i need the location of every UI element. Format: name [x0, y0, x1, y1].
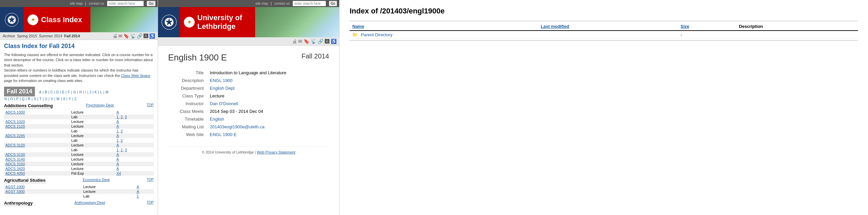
panel-directory-index: Index of /201403/engl1900e Name Last mod… [340, 0, 868, 215]
alpha-E[interactable]: E [62, 91, 65, 94]
adcs1020-link[interactable]: ADCS 1020 [5, 119, 25, 123]
field-label-classtype: Class Type [169, 94, 209, 101]
p1-contactus-link[interactable]: contact us [89, 2, 104, 5]
economics-dept-link[interactable]: Economics Dept [83, 178, 110, 184]
engl1900-desc-link[interactable]: ENGL 1900 [210, 78, 232, 83]
alpha-Z[interactable]: Z [74, 97, 76, 101]
p1-summer2014-link[interactable]: Summer 2014 [39, 34, 62, 38]
p2-text-icon[interactable]: 🅰 [325, 39, 330, 44]
adcs3120-link[interactable]: ADCS 3120 [5, 143, 25, 147]
agst1000-link[interactable]: AGST 1000 [5, 185, 25, 189]
alpha-D[interactable]: D [56, 91, 59, 94]
p1-go-button[interactable]: Go [147, 1, 156, 6]
p2-accessibility-icon[interactable]: ♿ [331, 39, 337, 44]
p2-share-icon[interactable]: 🔗 [318, 39, 323, 44]
sort-modified-link[interactable]: Last modified [541, 24, 569, 29]
anthropology-dept-link[interactable]: Anthropology Dept [74, 201, 105, 207]
top-link-addictions[interactable]: TOP [147, 103, 154, 109]
p2-search-input[interactable] [292, 1, 326, 6]
field-value-instructor: Dan O'Donnell [210, 101, 329, 108]
p1-sitemap-link[interactable]: site map [70, 2, 83, 5]
alpha-U[interactable]: U [45, 97, 48, 101]
bookmark-icon[interactable]: 🔖 [123, 33, 129, 39]
course-term: Fall 2014 [302, 52, 329, 60]
alpha-T[interactable]: T [39, 97, 41, 101]
alpha-H[interactable]: H [79, 91, 82, 94]
alpha-X[interactable]: X [63, 97, 65, 101]
english-dept-link[interactable]: English Dept [210, 86, 235, 91]
mailinglist-link[interactable]: 201403engl1900e@uleth.ca [210, 124, 265, 129]
alpha-Y[interactable]: Y [69, 97, 71, 101]
table-row: Department English Dept [169, 86, 329, 93]
text-icon[interactable]: 🅰 [144, 33, 148, 39]
top-link-anthropology[interactable]: TOP [147, 201, 154, 207]
alpha-L[interactable]: L [100, 91, 102, 94]
alpha-N[interactable]: N [4, 97, 7, 101]
alpha-F[interactable]: F [68, 91, 70, 94]
accessibility-icon[interactable]: ♿ [149, 33, 155, 39]
p1-archive-link[interactable]: Archive [3, 34, 15, 38]
alpha-I[interactable]: I [85, 91, 86, 94]
p2-bookmark-icon[interactable]: 🔖 [304, 39, 309, 44]
p2-contactus-link[interactable]: contact us [274, 2, 290, 5]
alpha-P[interactable]: P [16, 97, 19, 101]
adcs3420-link[interactable]: ADCS 3420 [5, 167, 25, 171]
share-icon[interactable]: 🔗 [137, 33, 143, 39]
adcs2245-link[interactable]: ADCS 2245 [5, 134, 25, 138]
timetable-link[interactable]: English [210, 116, 224, 121]
adcs4050-link[interactable]: ADCS 4050 [5, 171, 25, 175]
agricultural-table: AGST 1000LectureA AGST 3300LectureA Lab1 [4, 184, 154, 199]
p2-sitemap-link[interactable]: site map [255, 2, 268, 5]
p2-print-icon[interactable]: 🖨 [292, 39, 297, 44]
parent-directory-link[interactable]: Parent Directory [361, 32, 393, 37]
print-icon[interactable]: 🖨 [113, 33, 117, 39]
alpha-J[interactable]: J [89, 91, 91, 94]
adcs1000-link[interactable]: ADCS 1000 [5, 110, 25, 114]
alpha-V[interactable]: V [51, 97, 53, 101]
top-link-agricultural[interactable]: TOP [147, 178, 154, 184]
alpha-C[interactable]: C [51, 91, 53, 94]
alpha-O[interactable]: O [10, 97, 13, 101]
panel-english1900e: site map | contact us Go ✦ University of… [158, 0, 340, 215]
alpha-B[interactable]: B [45, 91, 47, 94]
alpha-Q[interactable]: Q [22, 97, 25, 101]
email-icon[interactable]: ✉ [118, 33, 122, 39]
adcs2120-link[interactable]: ADCS 2120 [5, 124, 25, 128]
p1-logo-area [0, 7, 24, 32]
psychology-dept-link[interactable]: Psychology Dept [86, 103, 114, 109]
field-label-website: Web Site [169, 132, 209, 139]
instructor-link[interactable]: Dan O'Donnell [210, 101, 238, 106]
course-name: English 1900 E [168, 52, 227, 63]
section-title-addictions: Addictions Counselling [4, 103, 53, 108]
alpha-W[interactable]: W [57, 97, 60, 101]
agst3300-link[interactable]: AGST 3300 [5, 189, 25, 193]
p2-email-icon[interactable]: ✉ [298, 39, 302, 44]
p2-go-button[interactable]: Go [329, 1, 337, 6]
adcs3140-link[interactable]: ADCS 3140 [5, 157, 25, 161]
p1-spring2015-link[interactable]: Spring 2015 [17, 34, 37, 38]
p2-topbar: site map | contact us Go [158, 0, 339, 7]
rss-icon[interactable]: 📡 [130, 33, 136, 39]
alpha-G[interactable]: G [73, 91, 76, 94]
alpha-A[interactable]: A [39, 91, 41, 94]
adcs3130-link[interactable]: ADCS 3130 [5, 152, 25, 156]
sort-size-link[interactable]: Size [680, 24, 689, 29]
table-row: ADCS 3140LectureA [4, 157, 154, 162]
p2-rss-icon[interactable]: 📡 [311, 39, 316, 44]
website-link[interactable]: ENGL 1900 E [210, 132, 237, 137]
alpha-K[interactable]: K [94, 91, 97, 94]
sort-name-link[interactable]: Name [352, 24, 364, 29]
sun-icon-p2: ✦ [184, 17, 195, 28]
field-value-title: Introduction to Language and Literature [210, 70, 329, 77]
alpha-S[interactable]: S [34, 97, 36, 101]
alpha-M[interactable]: M [105, 91, 108, 94]
course-title-row: English 1900 E Fall 2014 [168, 52, 329, 63]
adcs3150-link[interactable]: ADCS 3150 [5, 162, 25, 166]
field-value-department: English Dept [210, 86, 329, 93]
p1-search-input[interactable] [107, 1, 144, 6]
field-value-website: ENGL 1900 E [210, 132, 329, 139]
class-web-space-link[interactable]: Class Web Space [121, 74, 150, 78]
privacy-link[interactable]: Web Privacy Statement [257, 150, 296, 154]
alpha-R[interactable]: R [28, 97, 30, 101]
parent-dir-size: - [678, 31, 736, 39]
